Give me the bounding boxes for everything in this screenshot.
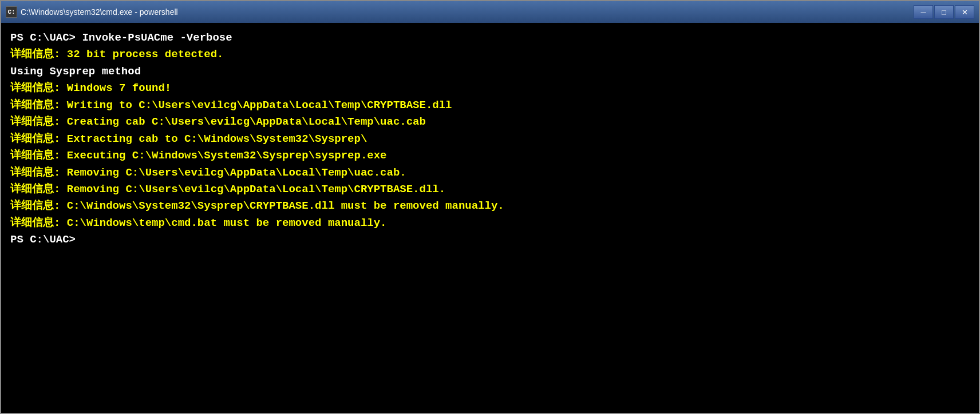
window-icon: C: <box>6 6 17 18</box>
minimize-button[interactable]: ─ <box>914 5 933 19</box>
maximize-button[interactable]: □ <box>934 5 954 19</box>
terminal-line: 详细信息: C:\Windows\temp\cmd.bat must be re… <box>10 215 970 232</box>
title-bar: C: C:\Windows\system32\cmd.exe - powersh… <box>1 1 979 23</box>
terminal-line: 详细信息: Executing C:\Windows\System32\Sysp… <box>10 148 970 164</box>
terminal-line: 详细信息: 32 bit process detected. <box>10 46 970 63</box>
terminal-line: PS C:\UAC> <box>10 232 970 248</box>
title-bar-text: C:\Windows\system32\cmd.exe - powershell <box>21 7 910 17</box>
terminal-lines: PS C:\UAC> Invoke-PsUACme -Verbose详细信息: … <box>10 30 970 249</box>
terminal-line: 详细信息: Creating cab C:\Users\evilcg\AppDa… <box>10 114 970 130</box>
cmd-window: C: C:\Windows\system32\cmd.exe - powersh… <box>0 0 980 414</box>
terminal-line: 详细信息: Writing to C:\Users\evilcg\AppData… <box>10 97 970 114</box>
terminal-line: 详细信息: C:\Windows\System32\Sysprep\CRYPTB… <box>10 198 970 214</box>
terminal-line: 详细信息: Windows 7 found! <box>10 80 970 97</box>
terminal-line: Using Sysprep method <box>10 63 970 80</box>
terminal-output: PS C:\UAC> Invoke-PsUACme -Verbose详细信息: … <box>1 23 979 413</box>
terminal-line: 详细信息: Removing C:\Users\evilcg\AppData\L… <box>10 165 970 181</box>
window-controls: ─ □ ✕ <box>914 5 974 19</box>
terminal-line: PS C:\UAC> Invoke-PsUACme -Verbose <box>10 30 970 46</box>
terminal-line: 详细信息: Extracting cab to C:\Windows\Syste… <box>10 131 970 148</box>
terminal-line: 详细信息: Removing C:\Users\evilcg\AppData\L… <box>10 181 970 198</box>
close-button[interactable]: ✕ <box>955 5 974 19</box>
